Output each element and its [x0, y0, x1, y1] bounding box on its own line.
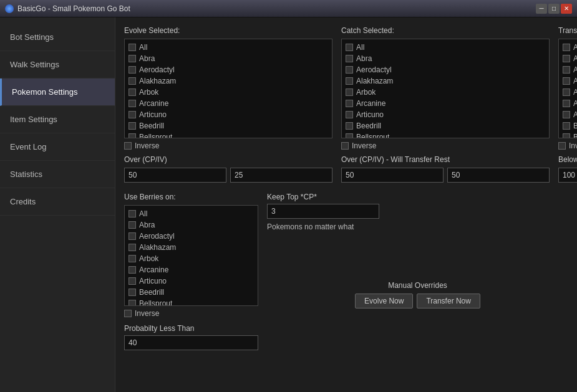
checkbox[interactable] [563, 88, 570, 96]
catch-val2-input[interactable] [447, 168, 550, 183]
checkbox[interactable] [563, 133, 570, 138]
list-item[interactable]: Arbok [126, 253, 256, 264]
checkbox[interactable] [563, 44, 570, 51]
checkbox[interactable] [563, 77, 570, 85]
checkbox[interactable] [346, 66, 353, 74]
catch-input-row [341, 168, 550, 183]
checkbox[interactable] [128, 266, 136, 274]
list-item[interactable]: Arcanine [343, 98, 548, 109]
checkbox[interactable] [128, 244, 136, 251]
list-item[interactable]: Aerodactyl [126, 231, 256, 242]
list-item[interactable]: Articuno [126, 275, 256, 287]
sidebar-item-item-settings[interactable]: Item Settings [0, 106, 115, 133]
list-item[interactable]: Arcanine [560, 98, 577, 109]
list-item[interactable]: Abra [560, 53, 577, 64]
list-item[interactable]: Aerodactyl [343, 64, 548, 75]
list-item[interactable]: Articuno [343, 109, 548, 120]
checkbox[interactable] [346, 133, 353, 138]
checkbox[interactable] [128, 88, 136, 96]
close-button[interactable]: ✕ [561, 4, 572, 14]
sidebar-item-credits[interactable]: Credits [0, 188, 115, 216]
list-item[interactable]: Beedrill [126, 287, 256, 298]
list-item[interactable]: Beedrill [343, 120, 548, 131]
list-item[interactable]: Beedrill [126, 120, 331, 131]
checkbox[interactable] [128, 289, 136, 296]
probability-input[interactable] [124, 335, 258, 350]
checkbox[interactable] [128, 210, 136, 218]
sidebar-item-statistics[interactable]: Statistics [0, 161, 115, 188]
list-item[interactable]: Alakhazam [126, 75, 331, 87]
checkbox[interactable] [346, 100, 353, 107]
checkbox[interactable] [346, 111, 353, 118]
list-item[interactable]: Alakhazam [560, 75, 577, 87]
keep-top-input[interactable] [267, 204, 379, 219]
catch-listbox[interactable]: All Abra Aerodactyl Alakhazam Arbok Arca… [341, 39, 550, 138]
list-item[interactable]: All [343, 42, 548, 53]
list-item[interactable]: Bellsprout [126, 298, 256, 306]
checkbox[interactable] [128, 77, 136, 85]
checkbox[interactable] [563, 100, 570, 107]
list-item[interactable]: Bellsprout [126, 131, 331, 138]
list-item[interactable]: All [126, 42, 331, 53]
checkbox[interactable] [128, 277, 136, 285]
list-item[interactable]: Abra [343, 53, 548, 64]
checkbox[interactable] [563, 66, 570, 74]
checkbox[interactable] [563, 111, 570, 118]
list-item[interactable]: Articuno [560, 109, 577, 120]
list-item[interactable]: Arbok [126, 87, 331, 98]
checkbox[interactable] [128, 300, 136, 306]
evolve-val2-input[interactable] [230, 168, 332, 183]
evolve-val1-input[interactable] [124, 168, 226, 183]
checkbox[interactable] [346, 77, 353, 85]
checkbox[interactable] [346, 44, 353, 51]
catch-inverse-checkbox[interactable] [341, 142, 349, 150]
list-item[interactable]: Arbok [343, 87, 548, 98]
berries-listbox[interactable]: All Abra Aerodactyl Alakhazam Arbok Arca… [124, 205, 258, 306]
checkbox[interactable] [128, 221, 136, 229]
list-item[interactable]: All [126, 208, 256, 219]
catch-val1-input[interactable] [341, 168, 444, 183]
sidebar-item-pokemon-settings[interactable]: Pokemon Settings [0, 79, 115, 106]
list-item[interactable]: Abra [126, 53, 331, 64]
checkbox[interactable] [128, 232, 136, 240]
list-item[interactable]: Aerodactyl [126, 64, 331, 75]
checkbox[interactable] [128, 44, 136, 51]
evolve-now-button[interactable]: Evolve Now [355, 294, 413, 308]
checkbox[interactable] [346, 55, 353, 62]
transfer-inverse-checkbox[interactable] [558, 142, 566, 150]
minimize-button[interactable]: ─ [536, 4, 547, 14]
checkbox[interactable] [346, 88, 353, 96]
checkbox[interactable] [128, 133, 136, 138]
list-item[interactable]: Aerodactyl [560, 64, 577, 75]
checkbox[interactable] [128, 255, 136, 262]
sidebar-item-event-log[interactable]: Event Log [0, 133, 115, 161]
transfer-val1-input[interactable] [558, 168, 577, 183]
evolve-inverse-checkbox[interactable] [124, 142, 132, 150]
list-item[interactable]: Arbok [560, 87, 577, 98]
checkbox[interactable] [563, 122, 570, 130]
transfer-listbox[interactable]: All Abra Aerodactyl Alakhazam Arbok Arca… [558, 39, 577, 138]
list-item[interactable]: Alakhazam [126, 242, 256, 253]
berries-inverse-checkbox[interactable] [124, 310, 132, 317]
checkbox[interactable] [128, 55, 136, 62]
list-item[interactable]: Beedrill [560, 120, 577, 131]
list-item[interactable]: Alakhazam [343, 75, 548, 87]
transfer-now-button[interactable]: Transfer Now [417, 294, 480, 308]
maximize-button[interactable]: □ [548, 4, 560, 14]
list-item[interactable]: All [560, 42, 577, 53]
sidebar-item-bot-settings[interactable]: Bot Settings [0, 24, 115, 51]
checkbox[interactable] [563, 55, 570, 62]
checkbox[interactable] [128, 100, 136, 107]
list-item[interactable]: Abra [126, 219, 256, 231]
checkbox[interactable] [128, 66, 136, 74]
list-item[interactable]: Arcanine [126, 98, 331, 109]
checkbox[interactable] [128, 111, 136, 118]
list-item[interactable]: Bellsprout [560, 131, 577, 138]
checkbox[interactable] [128, 122, 136, 130]
list-item[interactable]: Bellsprout [343, 131, 548, 138]
evolve-listbox[interactable]: All Abra Aerodactyl Alakhazam Arbok Arca… [124, 39, 332, 138]
checkbox[interactable] [346, 122, 353, 130]
list-item[interactable]: Articuno [126, 109, 331, 120]
list-item[interactable]: Arcanine [126, 264, 256, 275]
sidebar-item-walk-settings[interactable]: Walk Settings [0, 51, 115, 79]
